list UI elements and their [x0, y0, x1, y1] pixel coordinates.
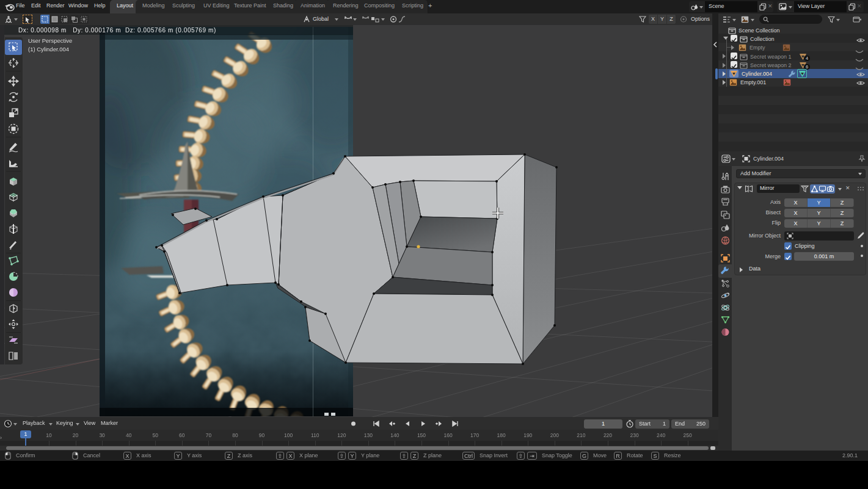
svg-text:Dx: 0.000098 m Dy: 0.000176: Dx: 0.000098 m Dy: 0.000176 m Dz: 0.0057…: [18, 27, 216, 34]
svg-text:(1) Cylinder.004: (1) Cylinder.004: [28, 46, 69, 53]
svg-text:User Perspective: User Perspective: [28, 37, 72, 44]
